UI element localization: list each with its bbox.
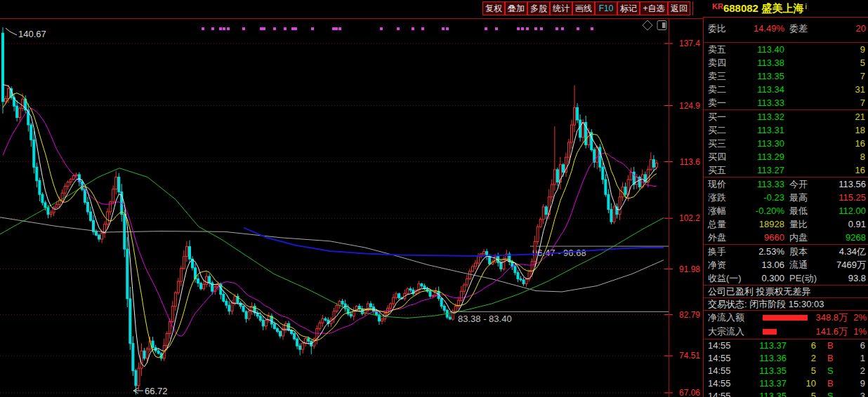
bid-level-label: 买三: [708, 137, 726, 150]
fundamental-stat-value: 0.300: [732, 271, 784, 285]
bid-row-3[interactable]: 买三113.3016: [704, 137, 868, 150]
candle-body: [44, 203, 46, 208]
ask-row-3[interactable]: 卖三113.357: [704, 69, 868, 83]
event-marker: [291, 27, 294, 30]
event-marker: [338, 27, 341, 30]
candle-body: [319, 323, 321, 328]
candle-body: [525, 279, 527, 284]
toolbar-button-add-watchlist[interactable]: +自选: [640, 1, 668, 15]
bid-row-2[interactable]: 买二113.3118: [704, 123, 868, 137]
trade-status: 交易状态: 闭市阶段 15:30:03: [708, 298, 824, 310]
candle-body: [294, 333, 296, 339]
diamond-icon[interactable]: [643, 20, 652, 30]
toolbar-divider: [692, 1, 693, 15]
tick-time: 14:55: [708, 377, 731, 390]
candle-body: [2, 33, 4, 102]
flow-value: 348.8万: [788, 311, 848, 325]
bid-row-5[interactable]: 买五113.2716: [704, 163, 868, 177]
ask-row-2[interactable]: 卖四113.385: [704, 56, 868, 69]
tick-count: 1: [841, 352, 865, 365]
event-marker: [446, 27, 449, 30]
market-flag-kr: KR: [712, 2, 723, 11]
candle-body: [273, 324, 275, 328]
bid-level-label: 买五: [708, 163, 726, 177]
quote-stat: 涨幅-0.20%最低112.00: [704, 204, 868, 217]
fundamental-stat-value: 4.34亿: [809, 245, 866, 258]
quote-stat-label: 最低: [789, 204, 808, 217]
event-marker: [521, 27, 524, 30]
flow-row-2: 大宗流入141.6万1%: [704, 325, 868, 339]
candle-body: [638, 177, 640, 187]
ask-volume: 31: [809, 83, 865, 96]
tick-row-2: 14:55113.362B1: [704, 352, 868, 365]
candle-body: [381, 319, 383, 321]
candle-body: [605, 180, 607, 194]
candle-body: [432, 295, 434, 296]
bid-price: 113.31: [732, 123, 784, 137]
toolbar-button-multi-stock[interactable]: 多股: [527, 1, 550, 15]
candle-body: [30, 125, 32, 140]
candle-body: [409, 289, 412, 290]
event-marker: [335, 27, 338, 30]
event-marker: [202, 27, 204, 30]
ask-row-1[interactable]: 卖五113.409: [704, 43, 868, 56]
kline-chart[interactable]: 137.4124.9113.6102.291.9882.7974.5167.06…: [0, 17, 703, 397]
candle-body: [534, 241, 536, 261]
toolbar-button-f10[interactable]: F10: [595, 1, 617, 15]
stock-name: 盛美上海: [761, 2, 803, 14]
tick-volume: 5: [788, 365, 816, 377]
tick-price: 113.37: [732, 339, 787, 352]
candle-body: [463, 285, 465, 291]
tick-side: B: [827, 339, 834, 352]
candle-body: [336, 306, 338, 311]
toolbar-button-back[interactable]: 返回: [668, 1, 690, 15]
event-marker: [495, 27, 498, 30]
candle-body: [449, 317, 451, 319]
bid-row-1[interactable]: 买一113.3221: [704, 110, 868, 123]
quote-stat-label: 量比: [789, 217, 808, 231]
toolbar-button-overlay[interactable]: 叠加: [505, 1, 527, 15]
toolbar-button-statistics[interactable]: 统计: [550, 1, 572, 15]
candle-body: [305, 339, 307, 344]
ask-row-5[interactable]: 卖一113.337: [704, 96, 868, 109]
candle-body: [624, 187, 626, 195]
candle-body: [239, 303, 242, 307]
bid-price: 113.32: [732, 110, 784, 123]
stock-code: 688082: [723, 2, 758, 14]
bid-volume: 8: [809, 150, 865, 163]
period-low-label: 66.72: [145, 386, 168, 396]
candle-body: [429, 291, 431, 296]
candle-body: [652, 160, 655, 168]
candle-body: [101, 234, 103, 239]
bid-price: 113.29: [732, 150, 784, 163]
quote-stat-label: 涨幅: [708, 204, 726, 217]
ask-price: 113.38: [732, 56, 784, 69]
candle-body: [395, 294, 397, 297]
fundamental-stat-label: 换手: [708, 245, 726, 258]
toolbar-button-draw-line[interactable]: 画线: [572, 1, 595, 15]
info-icon[interactable]: i: [805, 2, 806, 11]
candle-body: [138, 368, 140, 386]
candle-body: [577, 107, 579, 120]
candle-body: [206, 276, 208, 284]
tick-volume: 2: [788, 352, 816, 365]
toolbar-button-fuquan[interactable]: 复权: [482, 1, 505, 15]
candle-body: [67, 182, 69, 187]
event-marker: [380, 27, 383, 30]
bid-row-4[interactable]: 买四113.298: [704, 150, 868, 163]
candle-body: [489, 256, 491, 264]
ma-line-ma120: [244, 228, 664, 256]
ask-row-4[interactable]: 卖二113.3431: [704, 83, 868, 96]
toolbar-button-mark[interactable]: 标记: [617, 1, 640, 15]
event-marker: [591, 27, 593, 30]
event-marker: [577, 27, 579, 30]
candle-body: [107, 212, 109, 224]
flow-value: 141.6万: [788, 325, 848, 339]
tick-volume: 10: [788, 377, 816, 390]
fundamental-stat-label: 股本: [789, 245, 808, 258]
flow-percent: 1%: [850, 325, 867, 339]
candle-body: [574, 107, 576, 125]
bid-price: 113.30: [732, 137, 784, 150]
company-note: 公司已盈利 投票权无差异: [708, 285, 811, 297]
fundamental-stat-label: 净资: [708, 258, 726, 271]
